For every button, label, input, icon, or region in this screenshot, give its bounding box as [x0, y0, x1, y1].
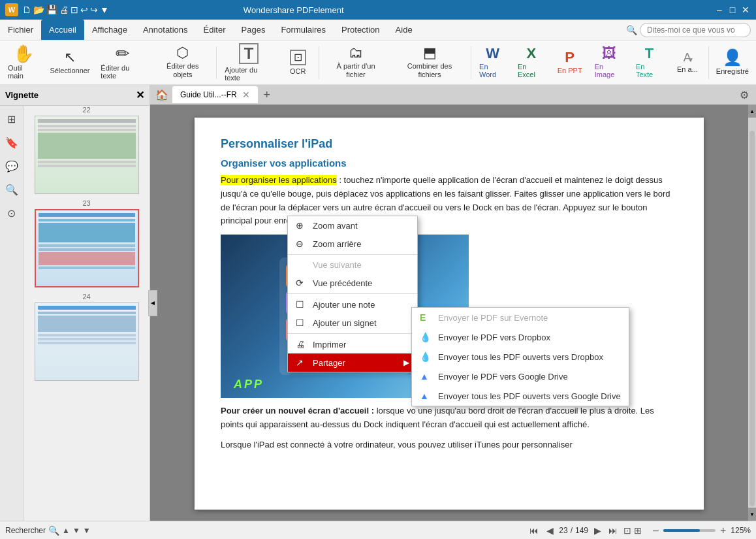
new-icon[interactable]: 🗋 — [22, 5, 31, 15]
ocr-label: OCR — [290, 67, 306, 75]
tab-guide[interactable]: Guide Util...--FR ✕ — [172, 86, 258, 103]
bookmark-btn[interactable]: 🔖 — [3, 133, 21, 152]
menu-formulaires[interactable]: Formulaires — [273, 20, 334, 40]
tab-add-btn[interactable]: + — [259, 87, 275, 103]
cm-ajouter-note[interactable]: ☐ Ajouter une note — [288, 295, 417, 314]
page-23-thumb[interactable] — [35, 209, 139, 287]
find-btn[interactable]: ⊙ — [3, 204, 21, 222]
menu-accueil[interactable]: Accueil — [41, 20, 84, 40]
cm-vue-suivante-label: Vue suivante — [313, 260, 362, 270]
en-image-btn[interactable]: 🖼 En Image — [590, 43, 629, 82]
cm-zoom-avant[interactable]: ⊕ Zoom avant — [288, 216, 417, 235]
search-menu-icon[interactable]: ▼ — [83, 526, 91, 535]
print-icon[interactable]: 🖨 — [59, 5, 69, 15]
zoom-out-status-btn[interactable]: – — [651, 525, 661, 536]
pdf-para3: Lorsque l'iPad est connecté à votre ordi… — [221, 438, 678, 452]
close-btn[interactable]: ✕ — [740, 5, 751, 15]
home-btn[interactable]: 🏠 — [153, 86, 171, 104]
thumbnail-page-22[interactable]: 22 — [24, 106, 150, 194]
sm-dropbox[interactable]: 💧 Envoyer le PDF vers Dropbox — [412, 327, 629, 347]
thumbnail-page-23[interactable]: 23 — [24, 199, 150, 287]
pdf-scrollbar[interactable]: ▲ ▼ — [748, 105, 756, 521]
zoom-slider[interactable] — [663, 529, 716, 532]
ocr-btn[interactable]: ⊡ OCR — [279, 43, 316, 82]
image-icon: 🖼 — [602, 46, 616, 61]
redo-icon[interactable]: ↪ — [90, 5, 98, 15]
sidebar-collapse-btn[interactable]: ◄ — [148, 290, 157, 316]
menu-protection[interactable]: Protection — [334, 20, 388, 40]
thumbnail-page-24[interactable]: 24 — [24, 293, 150, 381]
maximize-btn[interactable]: □ — [727, 5, 738, 15]
toolbar-sep-3 — [471, 46, 471, 79]
en-excel-btn[interactable]: X En Excel — [512, 43, 550, 82]
select-icon: ↖ — [64, 50, 76, 65]
menu-search-area: 🔍 — [621, 20, 756, 40]
first-page-btn[interactable]: ⏮ — [528, 524, 541, 537]
combiner-btn[interactable]: ⬒ Combiner des fichiers — [391, 43, 468, 82]
menu-annotations[interactable]: Annotations — [135, 20, 196, 40]
search-sb-icon[interactable]: 🔍 — [48, 525, 59, 536]
en-ppt-btn[interactable]: P En PPT — [552, 43, 588, 82]
tab-settings-btn[interactable]: ⚙ — [735, 86, 753, 104]
sm-gdrive-all[interactable]: ▲ Envoyer tous les PDF ouverts vers Goog… — [412, 386, 629, 406]
en-word-btn[interactable]: W En Word — [474, 43, 511, 82]
quick-tools: 🗋 📂 💾 🖨 ⊡ ↩ ↪ ▼ — [22, 5, 109, 15]
add-text-icon: T — [239, 43, 259, 64]
search-sidebar-btn[interactable]: 🔍 — [3, 180, 21, 199]
cm-vue-precedente[interactable]: ⟳ Vue précédente — [288, 274, 417, 292]
cm-vue-suivante[interactable]: Vue suivante — [288, 256, 417, 274]
sm-evernote[interactable]: E Envoyer le PDF sur Evernote — [412, 308, 629, 327]
cm-ajouter-signet-label: Ajouter un signet — [313, 318, 377, 328]
enregistre-btn[interactable]: 👤 Enregistré — [712, 43, 753, 82]
cm-partager[interactable]: ↗ Partager ▶ — [288, 353, 417, 372]
save-icon[interactable]: 💾 — [46, 5, 57, 15]
create-icon[interactable]: ⊡ — [71, 5, 78, 15]
single-page-icon[interactable]: ⊡ — [623, 525, 631, 536]
scroll-down-btn[interactable]: ▼ — [748, 508, 756, 521]
open-icon[interactable]: 📂 — [33, 5, 44, 15]
sm-dropbox-label: Envoyer le PDF vers Dropbox — [438, 333, 550, 342]
cm-zoom-arriere[interactable]: ⊖ Zoom arrière — [288, 235, 417, 253]
minimize-btn[interactable]: – — [714, 5, 725, 15]
zoom-in-status-btn[interactable]: + — [718, 525, 728, 536]
enregistre-label: Enregistré — [716, 67, 749, 75]
sm-dropbox-all[interactable]: 💧 Envoyer tous les PDF ouverts vers Drop… — [412, 347, 629, 367]
thumbnail-view-btn[interactable]: ⊞ — [3, 110, 21, 128]
prev-page-btn[interactable]: ◀ — [543, 524, 556, 537]
ajouter-texte-btn[interactable]: T Ajouter du texte — [219, 43, 278, 82]
sidebar-pages[interactable]: 22 23 — [24, 106, 150, 521]
last-page-btn[interactable]: ⏭ — [606, 524, 620, 537]
cm-imprimer[interactable]: 🖨 Imprimer — [288, 335, 417, 353]
sidebar-close-btn[interactable]: ✕ — [136, 89, 144, 101]
menu-affichage[interactable]: Affichage — [84, 20, 135, 40]
sm-gdrive[interactable]: ▲ Envoyer le PDF vers Google Drive — [412, 367, 629, 386]
menu-fichier[interactable]: Fichier — [0, 20, 41, 40]
comment-btn[interactable]: 💬 — [3, 157, 21, 175]
en-a-btn[interactable]: A▼ En a... — [669, 43, 706, 82]
window-controls: – □ ✕ — [714, 5, 751, 15]
undo-icon[interactable]: ↩ — [80, 5, 88, 15]
two-page-icon[interactable]: ⊞ — [634, 525, 642, 536]
editer-objets-btn[interactable]: ⬡ Éditer des objets — [151, 43, 213, 82]
more-icon[interactable]: ▼ — [100, 5, 109, 15]
selectionner-btn[interactable]: ↖ Sélectionner — [46, 43, 95, 82]
tab-close-icon[interactable]: ✕ — [242, 90, 250, 100]
cm-ajouter-signet[interactable]: ☐ Ajouter un signet — [288, 314, 417, 332]
next-page-btn[interactable]: ▶ — [591, 524, 604, 537]
menu-editer[interactable]: Éditer — [196, 20, 234, 40]
menu-aide[interactable]: Aide — [388, 20, 420, 40]
page-22-thumb[interactable] — [35, 116, 139, 194]
scroll-up-btn[interactable]: ▲ — [748, 105, 756, 118]
menu-pages[interactable]: Pages — [234, 20, 274, 40]
outil-main-btn[interactable]: ✋ Outil main — [3, 43, 44, 82]
fichier-btn[interactable]: 🗂 À partir d'un fichier — [322, 43, 390, 82]
editer-texte-btn[interactable]: ✏ Éditer du texte — [95, 43, 150, 82]
search-down-icon[interactable]: ▼ — [72, 526, 80, 535]
page-24-thumb[interactable] — [35, 302, 139, 381]
menu-search-input[interactable] — [640, 23, 751, 37]
editer-objets-label: Éditer des objets — [157, 62, 208, 79]
en-texte-btn[interactable]: T En Texte — [631, 43, 668, 82]
app-icon: W — [5, 3, 18, 16]
search-up-icon[interactable]: ▲ — [62, 526, 70, 535]
scroll-thumb[interactable] — [749, 131, 755, 506]
